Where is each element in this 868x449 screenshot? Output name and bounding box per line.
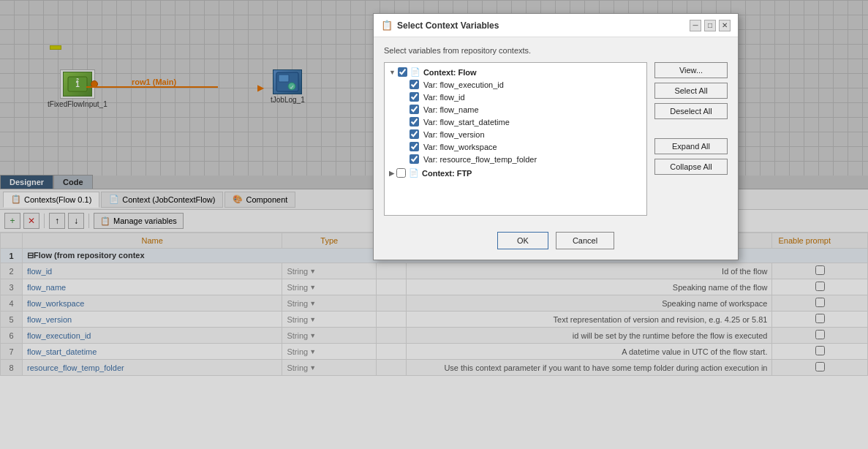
- modal-minimize-button[interactable]: ─: [690, 20, 701, 31]
- select-all-label: Select All: [674, 86, 707, 95]
- tree-child-item: Var: flow_version: [408, 128, 644, 140]
- modal-content-row: ▼ 📄 Context: Flow Var: flow_execution_id…: [384, 62, 728, 216]
- modal-titlebar: 📋 Select Context Variables ─ □ ✕: [374, 14, 738, 37]
- expand-all-button[interactable]: Expand All: [654, 138, 728, 154]
- modal-maximize-button[interactable]: □: [704, 20, 716, 31]
- tree-group-flow: ▼ 📄 Context: Flow Var: flow_execution_id…: [388, 66, 644, 165]
- ok-button[interactable]: OK: [497, 232, 548, 249]
- tree-child-label: Var: flow_name: [423, 105, 479, 114]
- tree-child-label: Var: flow_id: [423, 93, 465, 102]
- view-button-label: View...: [679, 66, 703, 75]
- collapse-all-label: Collapse All: [670, 162, 712, 171]
- tree-children-flow: Var: flow_execution_id Var: flow_id Var:…: [408, 78, 644, 165]
- tree-child-checkbox[interactable]: [410, 129, 419, 139]
- tree-child-checkbox[interactable]: [410, 92, 419, 102]
- tree-child-checkbox[interactable]: [410, 154, 419, 164]
- tree-ftp-icon: 📄: [409, 168, 419, 178]
- tree-child-label: Var: flow_version: [423, 130, 485, 139]
- modal-footer: OK Cancel: [374, 224, 738, 260]
- tree-group-ftp: ▶ 📄 Context: FTP: [388, 167, 644, 179]
- cancel-button[interactable]: Cancel: [556, 232, 614, 249]
- modal-close-button[interactable]: ✕: [719, 20, 731, 31]
- modal-tree-area: ▼ 📄 Context: Flow Var: flow_execution_id…: [384, 62, 647, 216]
- tree-child-label: Var: flow_workspace: [423, 143, 497, 151]
- tree-child-item: Var: resource_flow_temp_folder: [408, 153, 644, 165]
- modal-side-buttons: View... Select All Deselect All Expand A…: [654, 62, 728, 216]
- tree-child-label: Var: resource_flow_temp_folder: [423, 155, 537, 164]
- tree-flow-icon: 📄: [410, 67, 420, 77]
- deselect-all-label: Deselect All: [670, 107, 712, 116]
- view-button[interactable]: View...: [654, 62, 728, 78]
- tree-parent-flow[interactable]: ▼ 📄 Context: Flow: [388, 66, 644, 78]
- tree-child-item: Var: flow_execution_id: [408, 78, 644, 91]
- deselect-all-button[interactable]: Deselect All: [654, 103, 728, 119]
- tree-check-ftp[interactable]: [396, 168, 406, 178]
- tree-child-label: Var: flow_execution_id: [423, 80, 504, 89]
- select-all-button[interactable]: Select All: [654, 83, 728, 99]
- modal-subtitle: Select variables from repository context…: [384, 46, 728, 55]
- tree-child-checkbox[interactable]: [410, 105, 419, 114]
- tree-ftp-label: Context: FTP: [422, 169, 472, 178]
- modal-title-icon: 📋: [381, 20, 393, 31]
- tree-child-item: Var: flow_id: [408, 91, 644, 103]
- cancel-label: Cancel: [573, 236, 597, 245]
- tree-check-flow[interactable]: [398, 67, 407, 77]
- tree-parent-ftp[interactable]: ▶ 📄 Context: FTP: [388, 167, 644, 179]
- modal-title-text: Select Context Variables: [397, 20, 687, 31]
- tree-child-item: Var: flow_start_datetime: [408, 116, 644, 128]
- select-context-variables-modal: 📋 Select Context Variables ─ □ ✕ Select …: [373, 13, 739, 260]
- modal-body: Select variables from repository context…: [374, 37, 738, 224]
- tree-arrow-flow: ▼: [389, 69, 396, 76]
- button-spacer: [654, 124, 728, 134]
- ok-label: OK: [517, 236, 529, 245]
- tree-child-checkbox[interactable]: [410, 80, 419, 89]
- tree-arrow-ftp: ▶: [389, 170, 394, 177]
- tree-child-checkbox[interactable]: [410, 142, 419, 151]
- expand-all-label: Expand All: [672, 142, 710, 151]
- tree-child-item: Var: flow_name: [408, 103, 644, 116]
- tree-flow-label: Context: Flow: [423, 68, 477, 77]
- tree-child-checkbox[interactable]: [410, 117, 419, 127]
- collapse-all-button[interactable]: Collapse All: [654, 159, 728, 175]
- tree-child-label: Var: flow_start_datetime: [423, 118, 510, 127]
- tree-child-item: Var: flow_workspace: [408, 140, 644, 153]
